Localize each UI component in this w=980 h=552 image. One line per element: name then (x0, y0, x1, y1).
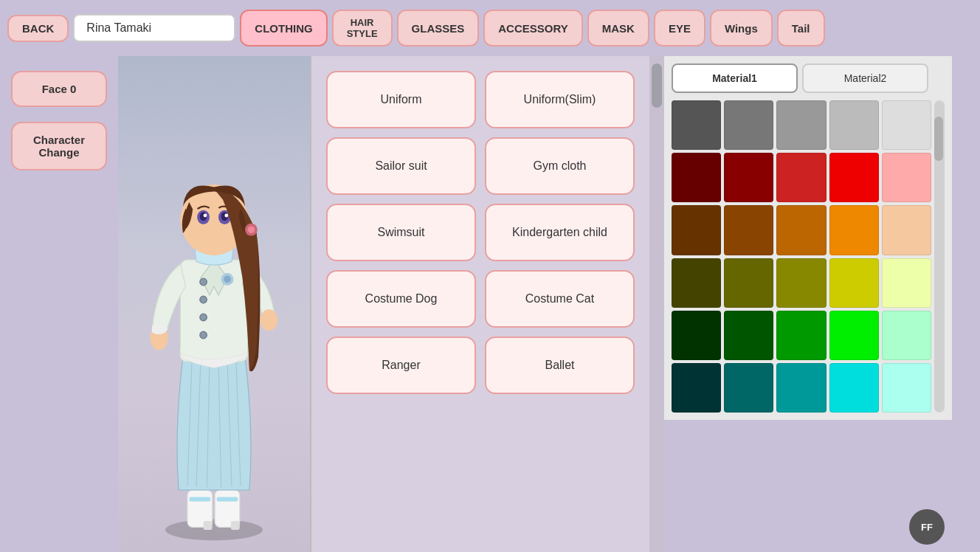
color-area (672, 100, 945, 413)
svg-point-15 (200, 296, 207, 303)
clothing-panel-wrapper: UniformUniform(Slim)Sailor suitGym cloth… (310, 56, 664, 552)
tab-mask[interactable]: MASK (587, 10, 649, 46)
clothing-item-uniform_slim[interactable]: Uniform(Slim) (485, 71, 635, 128)
color-swatch-27[interactable] (776, 363, 826, 413)
left-sidebar: Face 0 Character Change (0, 56, 118, 552)
tab-tail[interactable]: Tail (777, 10, 825, 46)
character-figure (118, 56, 310, 552)
color-scroll-thumb (934, 117, 943, 161)
color-swatch-3[interactable] (829, 100, 879, 150)
clothing-item-sailor_suit[interactable]: Sailor suit (326, 137, 476, 195)
main-content: Face 0 Character Change (0, 56, 980, 552)
color-swatch-20[interactable] (672, 311, 721, 360)
svg-point-31 (248, 226, 255, 233)
color-swatch-29[interactable] (882, 363, 931, 413)
scroll-thumb (652, 63, 662, 108)
clothing-scrollbar[interactable] (649, 56, 664, 552)
material1-tab[interactable]: Material1 (672, 63, 798, 93)
clothing-item-kindergarten_child[interactable]: Kindergarten child (485, 204, 635, 261)
svg-point-19 (224, 276, 231, 283)
clothing-panel: UniformUniform(Slim)Sailor suitGym cloth… (311, 56, 649, 552)
svg-rect-5 (189, 497, 210, 502)
color-swatch-14[interactable] (882, 205, 931, 255)
svg-point-28 (204, 214, 207, 218)
svg-point-29 (224, 214, 228, 218)
clothing-item-swimsuit[interactable]: Swimsuit (326, 204, 476, 261)
color-swatch-6[interactable] (724, 153, 773, 202)
tab-wings[interactable]: Wings (710, 10, 773, 46)
character-viewport (118, 56, 310, 552)
color-swatch-15[interactable] (672, 258, 721, 308)
color-swatch-28[interactable] (829, 363, 879, 413)
top-bar: BACK CLOTHINGHAIR STYLEGLASSESACCESSORYM… (0, 0, 980, 56)
color-swatch-9[interactable] (882, 153, 931, 202)
tab-hair_style[interactable]: HAIR STYLE (332, 10, 393, 46)
svg-point-16 (200, 314, 207, 321)
svg-point-17 (200, 331, 207, 339)
clothing-item-costume_dog[interactable]: Costume Dog (326, 270, 476, 328)
color-panel-scrollbar[interactable] (934, 100, 945, 413)
material-tabs: Material1 Material2 (672, 63, 945, 93)
tab-clothing[interactable]: CLOTHING (240, 10, 327, 46)
color-swatch-23[interactable] (829, 311, 879, 360)
color-swatch-22[interactable] (776, 311, 826, 360)
tab-eye[interactable]: EYE (654, 10, 705, 46)
color-swatch-8[interactable] (829, 153, 879, 202)
svg-point-21 (260, 309, 277, 331)
color-swatch-5[interactable] (672, 153, 721, 202)
color-swatch-18[interactable] (829, 258, 879, 308)
color-swatch-11[interactable] (724, 205, 773, 255)
color-swatch-12[interactable] (776, 205, 826, 255)
color-swatch-26[interactable] (724, 363, 773, 413)
color-swatch-25[interactable] (672, 363, 721, 413)
color-swatch-13[interactable] (829, 205, 879, 255)
clothing-grid: UniformUniform(Slim)Sailor suitGym cloth… (320, 65, 641, 400)
tab-group: CLOTHINGHAIR STYLEGLASSESACCESSORYMASKEY… (240, 10, 824, 46)
clothing-item-costume_cat[interactable]: Costume Cat (485, 270, 635, 328)
svg-point-0 (165, 520, 263, 541)
back-button[interactable]: BACK (7, 15, 69, 42)
color-swatch-7[interactable] (776, 153, 826, 202)
svg-rect-4 (231, 521, 240, 530)
color-grid (672, 100, 931, 413)
color-swatch-24[interactable] (882, 311, 931, 360)
clothing-item-uniform[interactable]: Uniform (326, 71, 476, 128)
tab-glasses[interactable]: GLASSES (397, 10, 480, 46)
color-swatch-17[interactable] (776, 258, 826, 308)
svg-point-14 (200, 278, 207, 286)
ff-button[interactable]: FF (909, 509, 945, 545)
color-swatch-16[interactable] (724, 258, 773, 308)
tab-accessory[interactable]: ACCESSORY (483, 10, 582, 46)
clothing-item-gym_cloth[interactable]: Gym cloth (485, 137, 635, 195)
color-swatch-19[interactable] (882, 258, 931, 308)
color-swatch-0[interactable] (672, 100, 721, 150)
face-button[interactable]: Face 0 (11, 71, 107, 107)
color-swatch-2[interactable] (776, 100, 826, 150)
color-panel: Material1 Material2 (664, 56, 952, 420)
color-panel-wrapper: Material1 Material2 FF (664, 56, 952, 552)
character-name-input[interactable] (73, 14, 235, 42)
clothing-item-ranger[interactable]: Ranger (326, 337, 476, 394)
character-change-button[interactable]: Character Change (11, 122, 107, 170)
color-swatch-1[interactable] (724, 100, 773, 150)
material2-tab[interactable]: Material2 (802, 63, 928, 93)
svg-rect-3 (204, 521, 213, 530)
clothing-item-ballet[interactable]: Ballet (485, 337, 635, 394)
color-swatch-21[interactable] (724, 311, 773, 360)
color-swatch-10[interactable] (672, 205, 721, 255)
color-swatch-4[interactable] (882, 100, 931, 150)
svg-rect-6 (217, 497, 238, 502)
